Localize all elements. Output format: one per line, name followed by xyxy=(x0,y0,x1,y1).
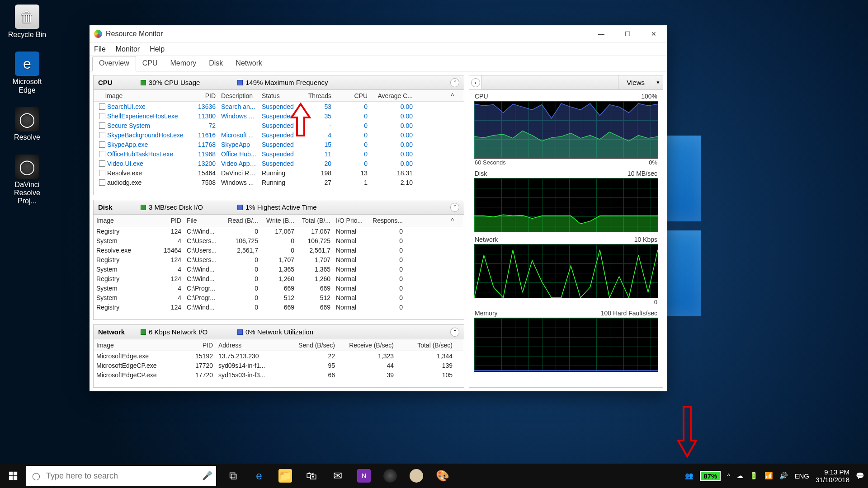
collapse-button[interactable]: ⌃ xyxy=(450,328,459,337)
tray-overflow-icon[interactable]: ^ xyxy=(727,472,730,480)
battery-indicator[interactable]: 87% xyxy=(700,471,721,481)
maximize-button[interactable]: ☐ xyxy=(614,25,641,42)
column-header[interactable]: PID xyxy=(189,92,218,99)
cpu-process-list[interactable]: SearchUI.exe 13636Search an...Suspended … xyxy=(94,102,464,195)
charts-expand-button[interactable]: › xyxy=(469,75,482,89)
task-view-button[interactable]: ⧉ xyxy=(220,464,246,488)
column-header[interactable]: File xyxy=(184,217,225,224)
column-header[interactable]: Description xyxy=(218,92,259,99)
table-row[interactable]: MicrosoftEdgeCP.exe17720syd15s03-in-f3..… xyxy=(94,370,464,380)
table-row[interactable]: Secure System 72Suspended -00.00 xyxy=(94,121,464,130)
menu-item[interactable]: File xyxy=(94,45,106,53)
tab-disk[interactable]: Disk xyxy=(203,56,229,71)
table-row[interactable]: Registry124C:\Users... 01,7071,707Normal… xyxy=(94,255,464,264)
column-header[interactable]: Address xyxy=(216,342,283,349)
disk-panel-header[interactable]: Disk 3 MB/sec Disk I/O 1% Highest Active… xyxy=(94,200,464,215)
menu-item[interactable]: Help xyxy=(150,45,165,53)
table-row[interactable]: MicrosoftEdgeCP.exe17720syd09s14-in-f1..… xyxy=(94,361,464,370)
table-row[interactable]: SkypeApp.exe 11768SkypeAppSuspended 1500… xyxy=(94,140,464,149)
column-header[interactable]: Image xyxy=(94,92,189,99)
checkbox[interactable] xyxy=(99,103,105,110)
column-header[interactable]: Read (B/... xyxy=(225,217,261,224)
network-activity-list[interactable]: MicrosoftEdge.exe1519213.75.213.230 221,… xyxy=(94,351,464,387)
column-header[interactable]: I/O Prio... xyxy=(333,217,369,224)
table-row[interactable]: audiodg.exe 7508Windows ...Running 2712.… xyxy=(94,178,464,187)
checkbox[interactable] xyxy=(99,132,105,138)
taskbar-app-paint[interactable]: 🎨 xyxy=(429,464,456,488)
desktop-icon[interactable]: e Microsoft Edge xyxy=(5,52,50,94)
table-row[interactable]: SearchUI.exe 13636Search an...Suspended … xyxy=(94,102,464,111)
table-row[interactable]: Registry124C:\Wind... 017,06717,067Norma… xyxy=(94,226,464,236)
table-row[interactable]: OfficeHubTaskHost.exe 11968Office Hub...… xyxy=(94,149,464,159)
checkbox[interactable] xyxy=(99,151,105,157)
column-header[interactable]: Write (B... xyxy=(261,217,297,224)
checkbox[interactable] xyxy=(99,160,105,167)
table-row[interactable]: SkypeBackgroundHost.exe 11616Microsoft .… xyxy=(94,130,464,140)
taskbar-app-explorer[interactable]: 📁 xyxy=(272,464,298,488)
column-header[interactable]: Threads xyxy=(298,92,334,99)
tab-cpu[interactable]: CPU xyxy=(136,56,164,71)
action-center-icon[interactable]: 💬 xyxy=(856,472,864,480)
search-box[interactable]: ◯ 🎤 xyxy=(26,466,216,486)
network-panel-header[interactable]: Network 6 Kbps Network I/O 0% Network Ut… xyxy=(94,325,464,339)
start-button[interactable] xyxy=(0,464,26,488)
titlebar[interactable]: Resource Monitor ― ☐ ✕ xyxy=(90,25,667,42)
taskbar-app-running[interactable] xyxy=(403,464,429,488)
table-row[interactable]: System4C:\Users... 106,7250106,725Normal… xyxy=(94,236,464,245)
cpu-panel-header[interactable]: CPU 30% CPU Usage 149% Maximum Frequency… xyxy=(94,75,464,90)
taskbar-app-resolve[interactable] xyxy=(377,464,403,488)
table-row[interactable]: Resolve.exe15464C:\Users... 2,561,702,56… xyxy=(94,245,464,255)
taskbar-app-onenote[interactable]: N xyxy=(351,464,377,488)
tab-memory[interactable]: Memory xyxy=(164,56,203,71)
column-header[interactable]: Total (B/... xyxy=(297,217,333,224)
tab-overview[interactable]: Overview xyxy=(92,56,136,71)
desktop-icon[interactable]: ◯ DaVinci Resolve Proj... xyxy=(5,155,50,206)
checkbox[interactable] xyxy=(99,170,105,176)
disk-activity-list[interactable]: Registry124C:\Wind... 017,06717,067Norma… xyxy=(94,226,464,319)
column-header[interactable]: Total (B/sec) xyxy=(396,342,455,349)
collapse-button[interactable]: ⌃ xyxy=(450,78,459,87)
table-row[interactable]: Video.UI.exe 13200Video Appl...Suspended… xyxy=(94,159,464,168)
taskbar-app-store[interactable]: 🛍 xyxy=(298,464,325,488)
table-row[interactable]: System4C:\Wind... 01,3651,365Normal0 xyxy=(94,264,464,274)
taskbar-app-mail[interactable]: ✉ xyxy=(325,464,351,488)
checkbox[interactable] xyxy=(99,141,105,148)
table-row[interactable]: System4C:\Progr... 0669669Normal0 xyxy=(94,283,464,293)
column-header[interactable]: Average C... xyxy=(370,92,415,99)
column-header[interactable]: Receive (B/sec) xyxy=(338,342,396,349)
search-input[interactable] xyxy=(46,471,198,481)
collapse-button[interactable]: ⌃ xyxy=(450,203,459,212)
clock[interactable]: 9:13 PM 31/10/2018 xyxy=(816,468,849,484)
column-header[interactable]: PID xyxy=(157,217,184,224)
table-row[interactable]: MicrosoftEdge.exe1519213.75.213.230 221,… xyxy=(94,351,464,361)
power-icon[interactable]: 🔋 xyxy=(750,472,758,480)
table-row[interactable]: ShellExperienceHost.exe 11380Windows S..… xyxy=(94,111,464,121)
checkbox[interactable] xyxy=(99,179,105,186)
table-row[interactable]: Registry124C:\Wind... 01,2601,260Normal0 xyxy=(94,274,464,283)
checkbox[interactable] xyxy=(99,113,105,119)
menu-item[interactable]: Monitor xyxy=(116,45,140,53)
desktop-icon[interactable]: 🗑 Recycle Bin xyxy=(5,5,50,39)
people-icon[interactable]: 👥 xyxy=(685,472,693,480)
language-indicator[interactable]: ENG xyxy=(794,472,809,480)
column-header[interactable]: PID xyxy=(184,342,216,349)
column-header[interactable]: Respons... xyxy=(369,217,406,224)
table-row[interactable]: Registry124C:\Wind... 0669669Normal0 xyxy=(94,302,464,312)
views-dropdown[interactable]: Views ▼ xyxy=(618,75,663,89)
desktop-icon[interactable]: ◯ Resolve xyxy=(5,107,50,141)
checkbox[interactable] xyxy=(99,122,105,129)
minimize-button[interactable]: ― xyxy=(588,25,614,42)
volume-icon[interactable]: 🔊 xyxy=(779,472,788,480)
wifi-icon[interactable]: 📶 xyxy=(764,472,773,480)
column-header[interactable]: Image xyxy=(94,217,157,224)
column-header[interactable]: Image xyxy=(94,342,184,349)
onedrive-icon[interactable]: ☁ xyxy=(736,472,743,480)
table-row[interactable]: System4C:\Progr... 0512512Normal0 xyxy=(94,293,464,302)
tab-network[interactable]: Network xyxy=(229,56,269,71)
close-button[interactable]: ✕ xyxy=(641,25,667,42)
mic-icon[interactable]: 🎤 xyxy=(198,471,216,481)
column-header[interactable]: CPU xyxy=(334,92,370,99)
column-header[interactable]: Status xyxy=(259,92,298,99)
taskbar-app-edge[interactable]: e xyxy=(246,464,272,488)
column-header[interactable]: Send (B/sec) xyxy=(283,342,338,349)
